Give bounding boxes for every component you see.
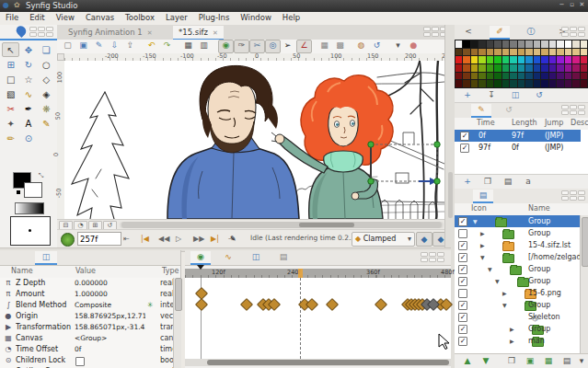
tool-zoom[interactable]: ⊙: [19, 131, 37, 145]
layer-row[interactable]: ✓⌬Skeleton: [455, 311, 580, 323]
palette-color-4-1[interactable]: [463, 73, 469, 80]
stop-render-button[interactable]: ●: [407, 40, 421, 52]
palette-color-0-15[interactable]: [572, 40, 579, 48]
palette-color-2-9[interactable]: [525, 56, 532, 63]
menu-file[interactable]: File: [0, 12, 24, 23]
layer-visibility-checkbox[interactable]: ✓: [458, 301, 467, 310]
palette-color-4-6[interactable]: [502, 73, 509, 80]
palette-color-4-14[interactable]: [565, 73, 571, 80]
palette-color-3-2[interactable]: [471, 64, 478, 72]
render-indicator-icon[interactable]: [61, 233, 75, 247]
refresh-palette-button[interactable]: ↺: [532, 89, 547, 100]
palette-color-0-13[interactable]: [557, 40, 563, 48]
tool-rectangle[interactable]: □: [2, 72, 19, 86]
layers-more-button[interactable]: ▾: [574, 355, 588, 366]
palette-color-0-16[interactable]: [581, 40, 587, 48]
palette-color-3-5[interactable]: [494, 64, 501, 72]
palette-color-2-5[interactable]: [494, 56, 501, 63]
background-render-button[interactable]: ↺: [370, 40, 384, 52]
palette-color-1-10[interactable]: [534, 49, 540, 56]
layer-expander-icon[interactable]: ▼: [488, 266, 492, 272]
seek-begin-button[interactable]: ⇤: [123, 233, 130, 245]
layer-visibility-checkbox[interactable]: ✓: [458, 253, 467, 262]
animate-mode-toggle[interactable]: ✎: [230, 233, 236, 245]
cursor-tool-button[interactable]: ➢: [281, 40, 294, 52]
layers-tab[interactable]: ▤: [473, 190, 493, 203]
params-scrollbar[interactable]: [173, 278, 181, 368]
canvas-horizontal-scrollbar[interactable]: [120, 222, 444, 228]
keyframe-checkbox[interactable]: ✓: [460, 132, 469, 141]
palette-color-2-1[interactable]: [463, 56, 469, 63]
palette-color-3-1[interactable]: [463, 64, 469, 72]
palette-color-2-4[interactable]: [487, 56, 493, 63]
delete-layer-button[interactable]: ▤: [559, 355, 574, 366]
layer-visibility-checkbox[interactable]: ✓: [458, 217, 467, 226]
palette-color-3-6[interactable]: [502, 64, 509, 72]
tab-close-icon[interactable]: ✕: [213, 29, 218, 37]
param-value[interactable]: Composite: [75, 300, 145, 311]
add-color-button[interactable]: +: [460, 89, 475, 100]
render-options-button[interactable]: ▦: [181, 40, 195, 52]
param-row-canvas[interactable]: ▦Canvas<Group>canvas: [0, 333, 173, 344]
palette-color-0-9[interactable]: [525, 40, 532, 48]
palette-color-1-15[interactable]: [572, 49, 579, 56]
palette-color-5-11[interactable]: [541, 80, 548, 87]
palette-color-2-10[interactable]: [534, 56, 540, 63]
palette-color-2-7[interactable]: [510, 56, 516, 63]
save-palette-button[interactable]: ◫: [508, 89, 523, 100]
time-cursor-handle[interactable]: [298, 269, 303, 278]
tool-fill[interactable]: ◈: [38, 86, 55, 101]
save-button[interactable]: ▣: [76, 40, 90, 52]
palette-color-1-13[interactable]: [557, 49, 563, 56]
waypoint-diamond[interactable]: [240, 298, 253, 311]
palette-color-0-3[interactable]: [478, 40, 485, 48]
canvas-view[interactable]: [64, 61, 444, 219]
tool-cutout[interactable]: ✂: [2, 101, 19, 116]
palette-color-0-12[interactable]: [549, 40, 556, 48]
palette-color-2-13[interactable]: [557, 56, 563, 63]
layer-row[interactable]: ✓▼Group: [455, 263, 580, 275]
layer-visibility-checkbox[interactable]: [458, 289, 467, 298]
palette-color-1-11[interactable]: [541, 49, 548, 56]
waypoint-diamond[interactable]: [195, 298, 208, 311]
layer-row[interactable]: ✓▼Group: [455, 215, 580, 227]
palette-color-1-6[interactable]: [502, 49, 509, 56]
current-time-field[interactable]: [77, 232, 121, 246]
layer-expander-icon[interactable]: ▶: [502, 290, 507, 296]
waypoint-diamond[interactable]: [375, 298, 387, 311]
tool-star[interactable]: ☆: [19, 72, 37, 86]
tool-circle[interactable]: ○: [38, 57, 55, 72]
palette-color-5-0[interactable]: [455, 80, 462, 87]
palette-color-5-10[interactable]: [534, 80, 540, 87]
palette-color-5-2[interactable]: [471, 80, 478, 87]
tool-sketch[interactable]: ✎: [38, 116, 55, 131]
palette-color-3-4[interactable]: [487, 64, 493, 72]
prev-keyframe-button[interactable]: |◀: [141, 233, 149, 245]
duplicate-layer-button[interactable]: ❐: [504, 355, 519, 366]
palette-color-4-13[interactable]: [557, 73, 563, 80]
layer-visibility-checkbox[interactable]: [458, 229, 467, 238]
layer-expander-icon[interactable]: ▼: [495, 278, 500, 284]
palette-color-2-8[interactable]: [518, 56, 525, 63]
palette-color-5-9[interactable]: [525, 80, 532, 87]
add-keyframe-button[interactable]: +: [460, 176, 475, 187]
preview-button[interactable]: ▥: [197, 40, 211, 52]
tool-spline[interactable]: ∿: [19, 86, 37, 101]
dock-grip-handle[interactable]: [29, 27, 53, 37]
param-row-origin[interactable]: ●Origin158.876925px,12.714575vector: [0, 311, 173, 322]
layer-expander-icon[interactable]: ▶: [510, 326, 514, 332]
layer-row[interactable]: ▶15-6.png: [455, 287, 580, 299]
window-menu-icon[interactable]: ●: [3, 1, 9, 9]
palette-color-2-15[interactable]: [572, 56, 579, 63]
palette-color-2-0[interactable]: [455, 56, 462, 63]
palette-color-3-10[interactable]: [534, 64, 540, 72]
param-value[interactable]: 0f: [75, 344, 145, 355]
toggle-mask-button[interactable]: ✂: [249, 40, 265, 53]
param-row-blend-method[interactable]: ∫Blend MethodComposite✳integer: [0, 300, 173, 311]
param-row-children-lock[interactable]: ⊙Children Lockbool: [0, 355, 173, 366]
reset-colors-swatch[interactable]: [17, 190, 20, 194]
interpolation-dropdown[interactable]: ◆ Clamped ▾: [352, 232, 415, 247]
canvas-tab-2[interactable]: *15.sifz✕: [173, 26, 224, 40]
lock-past-keyframe-button[interactable]: ◆: [416, 232, 432, 247]
import-palette-button[interactable]: ↧: [484, 89, 499, 100]
